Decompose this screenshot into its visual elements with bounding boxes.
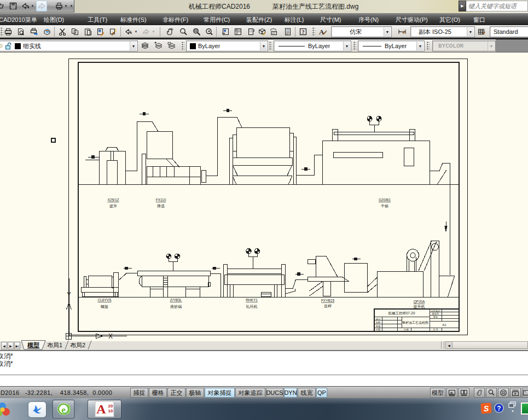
print-icon[interactable] [3,27,13,37]
coordinates-display[interactable]: -32.2281, 418.3458, 0.0000 [25,389,112,396]
zoom-icon[interactable] [486,388,497,398]
thunder-bird-icon[interactable] [28,402,46,417]
table-style-icon[interactable] [477,27,486,37]
toggle-ducs[interactable]: DUCS [266,388,283,398]
undo-dropdown-icon[interactable]: ▼ [134,27,138,37]
lineweight-combo[interactable]: ByLayer ▼ [358,40,425,51]
undo-icon[interactable] [124,27,134,37]
zoom-previous-icon[interactable] [204,27,214,37]
layer-properties-icon[interactable] [140,40,150,50]
toggle-osnap[interactable]: 对象捕捉 [205,388,235,398]
toggle-lwt[interactable]: 线宽 [298,388,316,398]
quick-view-layouts-icon[interactable] [446,388,457,398]
tool-palettes-icon[interactable] [246,27,256,37]
plot-export-icon[interactable] [29,27,39,37]
toggle-ortho[interactable]: 正交 [167,388,185,398]
zoom-window-icon[interactable] [192,27,201,37]
clean-screen-icon[interactable] [522,388,528,398]
table-style-combo[interactable]: Standard [490,26,528,37]
redo-icon[interactable] [141,27,151,37]
designcenter-icon[interactable] [233,27,243,37]
menu-nonstandard-parts[interactable]: 非标件(F) [163,16,188,24]
combo-dropdown-icon[interactable]: ▼ [260,42,267,50]
tab-next-icon[interactable]: ▶ [8,342,14,349]
tab-layout1[interactable]: 布局1 [47,342,62,348]
text-style-icon[interactable]: A [317,27,327,37]
combo-dropdown-icon[interactable]: ▼ [343,42,350,50]
print-dropdown-icon[interactable]: ▼ [63,1,68,11]
menu-others[interactable]: 其它(O) [439,16,460,24]
menu-serial[interactable]: 序号(N) [358,16,379,24]
command-window[interactable]: 取消* 取消* [0,351,528,386]
show-hidden-icon[interactable]: ▼ [511,410,514,413]
undo-icon[interactable] [20,1,31,11]
menu-standard-parts[interactable]: 标准件(S) [120,16,147,24]
autocad-2010-icon[interactable]: A 20 10 [88,400,121,418]
layer-previous-icon[interactable] [153,40,163,50]
color-combo[interactable]: ByLayer ▼ [186,40,268,51]
plot-style-combo[interactable]: BYCOLOR ▼ [432,40,496,51]
paste-special-icon[interactable] [96,27,106,37]
publish-icon[interactable] [42,27,52,37]
combo-dropdown-icon[interactable]: ▼ [130,42,137,50]
toolbar-overflow-icon[interactable]: ▼ [69,1,74,11]
toolbar-grip[interactable] [312,27,315,36]
redo-icon[interactable] [36,1,47,11]
pan-icon[interactable] [165,27,175,37]
menu-tools[interactable]: 工具(T) [88,16,107,24]
scrollbar-grip[interactable] [441,341,444,349]
tab-layout2[interactable]: 布局2 [70,342,85,348]
search-expand-icon[interactable]: ▶ [459,1,466,11]
dim-style-combo[interactable]: 副本 ISO-25 ▼ [410,26,475,37]
dim-style-icon[interactable] [397,27,407,37]
paste-icon[interactable] [83,27,93,37]
start-orb-icon[interactable] [0,401,11,418]
properties-palette-icon[interactable] [221,27,230,37]
search-input[interactable] [466,1,528,11]
copy-icon[interactable] [70,27,80,37]
menu-cad2010[interactable]: CAD2010菜单 [0,16,37,24]
markup-set-manager-icon[interactable] [269,27,278,37]
open-icon[interactable] [0,1,5,11]
print-icon[interactable] [54,1,65,11]
model-space-button[interactable]: 模型 [430,388,445,398]
pan-icon[interactable] [474,388,485,398]
toolbar-grip[interactable] [427,42,430,50]
menu-common-parts[interactable]: 常用件(C) [204,16,230,24]
toolbar-grip[interactable] [353,42,356,50]
layer-combo[interactable]: 细实线 ▼ [0,40,138,51]
redo-dropdown-icon[interactable]: ▼ [151,27,156,37]
scroll-left-icon[interactable]: ◀ [445,341,452,349]
restore-windows-icon[interactable] [508,401,516,408]
steering-wheel-icon[interactable] [498,388,509,398]
menu-dim-drive[interactable]: 尺寸驱动(P) [396,16,428,24]
linetype-combo[interactable]: ByLayer ▼ [274,40,351,51]
tab-first-icon[interactable]: ◀ [1,342,7,349]
menu-assembly-parts[interactable]: 装配件(Z) [246,16,272,24]
layer-states-icon[interactable] [166,40,176,50]
redo-dropdown-icon[interactable]: ▼ [47,1,52,11]
show-motion-icon[interactable] [510,388,521,398]
match-properties-icon[interactable] [108,27,118,37]
zoom-realtime-icon[interactable] [178,27,188,37]
menu-window[interactable]: 窗口 [473,16,485,24]
drawing-canvas[interactable]: X25/1Z 提升 FX110 筛选 G20/B1 干燥 CL6YVS 螺旋 Z… [0,52,528,341]
toggle-grid[interactable]: 栅格 [149,388,167,398]
menu-draw[interactable]: 绘图(D) [44,16,64,24]
toolbar-grip[interactable] [182,42,184,50]
toggle-polar[interactable]: 极轴 [186,388,204,398]
sheet-set-manager-icon[interactable] [257,27,267,37]
help-icon[interactable]: ? [298,27,308,37]
toggle-otrack[interactable]: 对象追踪 [235,388,265,398]
tab-last-icon[interactable]: ▶| [14,342,20,349]
menu-annotate[interactable]: 标注(L) [285,16,304,24]
toggle-snap[interactable]: 捕捉 [130,388,148,398]
sogou-icon[interactable]: S [480,402,491,413]
quick-calc-icon[interactable] [283,27,293,37]
scrollbar-thumb[interactable] [452,341,528,349]
toolbar-grip[interactable] [269,42,272,50]
green-tray-icon[interactable] [520,402,528,415]
combo-dropdown-icon[interactable]: ▼ [384,27,391,36]
text-style-combo[interactable]: 仿宋 ▼ [331,26,392,37]
print-preview-icon[interactable] [16,27,26,37]
